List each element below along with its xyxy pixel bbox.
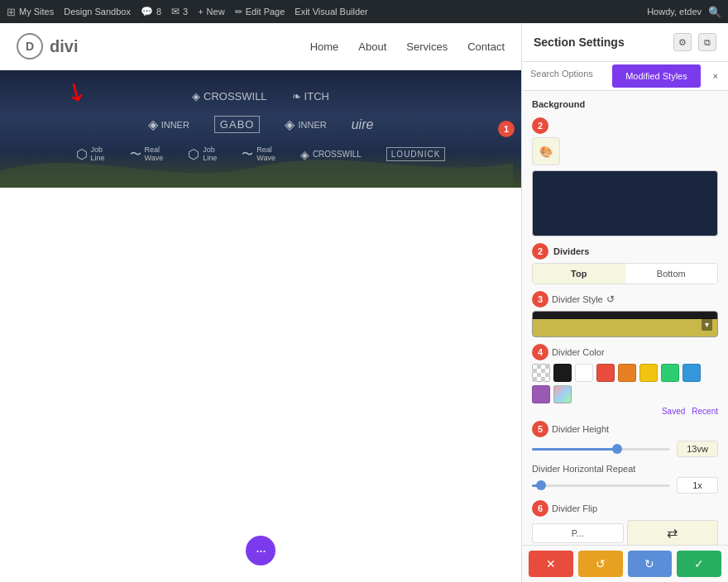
purple-fab-button[interactable]: ··· [246,536,275,565]
site-nav: D divi Home About Services Contact [0,23,521,70]
recent-label[interactable]: Recent [692,407,718,416]
admin-edit-page[interactable]: ✏ Edit Page [235,7,285,17]
admin-messages[interactable]: ✉ 3 [171,6,188,17]
dividers-label: Dividers [553,246,589,256]
design-sandbox-label: Design Sandbox [64,7,131,17]
background-preview-area: 2 🎨 [522,112,728,243]
panel-header: Section Settings ⚙ ⧉ [522,23,728,62]
cancel-button[interactable]: ✕ [529,551,573,577]
reset-button[interactable]: ↺ [578,551,623,577]
bottom-bar: ✕ ↺ ↻ ✓ [522,545,728,582]
swatch-pencil[interactable] [553,385,572,403]
brand-inner-2: ◈ INNER [285,117,326,132]
divider-height-value[interactable] [677,441,718,457]
divider-height-track [532,448,670,451]
divider-height-thumb[interactable] [612,444,622,454]
diamond-icon-3: ◈ [285,117,295,132]
divider-style-label: Divider Style [552,294,603,304]
background-label: Background [522,91,728,112]
save-button[interactable]: ✓ [677,551,721,577]
divider-repeat-thumb[interactable] [536,480,546,490]
dividers-section: 2 Dividers Top Bottom 3 Divider Style ↺ [522,243,728,545]
brands-row-2: ◈ INNER GABO ◈ INNER uire [17,116,505,133]
admin-my-sites[interactable]: ⊞ My Sites [7,6,54,18]
admin-design-sandbox[interactable]: Design Sandbox [64,7,131,17]
admin-right: Howdy, etdev 🔍 [647,6,721,18]
swatch-black[interactable] [553,364,572,382]
panel-content: Background 2 🎨 2 [522,91,728,545]
my-sites-label: My Sites [19,7,54,17]
swatch-blue[interactable] [682,364,701,382]
history-button[interactable]: ↻ [628,551,673,577]
nav-about[interactable]: About [358,41,386,53]
divider-height-label: Divider Height [552,424,609,434]
logo-letter: D [26,40,34,53]
nav-contact[interactable]: Contact [467,41,505,53]
admin-new[interactable]: + New [198,7,224,17]
main-area: D divi Home About Services Contact ↘ 1 [0,23,728,582]
floral-icon: ❧ [292,90,301,103]
divider-style-wrapper: ▾ [532,311,718,337]
tab-search-options[interactable]: Search Options [522,62,610,90]
wave-svg [0,146,513,188]
pencil-icon: ✏ [235,7,242,17]
divider-style-reset[interactable]: ↺ [606,293,615,305]
settings-panel: Section Settings ⚙ ⧉ Search Options Modi… [521,23,728,582]
logo-text: divi [50,37,78,56]
diamond-icon-2: ◈ [148,117,158,132]
badge-4: 4 [532,344,548,360]
color-picker-icon: 🎨 [539,146,553,158]
brands-row-1: ◈ CROSSWILL ❧ ITCH [17,90,505,103]
brand-crosswill-1: ◈ CROSSWILL [192,90,267,103]
divider-repeat-label: Divider Horizontal Repeat [532,464,635,474]
admin-exit-builder[interactable]: Exit Visual Builder [295,7,367,17]
message-icon: ✉ [171,6,180,17]
swatch-red[interactable] [596,364,615,382]
swatch-white[interactable] [575,364,593,382]
brand-gabo: GABO [214,116,261,133]
divider-tab-bottom[interactable]: Bottom [625,264,718,284]
nav-services[interactable]: Services [406,41,448,53]
logo-circle: D [17,33,43,60]
flip-arrows-icon: ⇄ [667,525,678,541]
swatch-orange[interactable] [618,364,636,382]
swatch-purple[interactable] [532,385,550,403]
swatch-green[interactable] [661,364,679,382]
panel-expand-icon[interactable]: ⧉ [698,33,716,51]
saved-label[interactable]: Saved [662,407,685,416]
site-logo: D divi [17,33,78,60]
dots-icon: ··· [256,542,266,560]
panel-header-icons: ⚙ ⧉ [673,33,716,51]
badge-2b: 2 [532,243,548,260]
flip-btn-on[interactable]: ⇄ [627,520,719,545]
divider-repeat-track [532,484,670,487]
brand-itch: ❧ ITCH [292,90,329,103]
brands-section: ↘ 1 ◈ CROSSWILL ❧ ITCH ◈ INN [0,70,521,188]
flip-btn-off[interactable]: P... [532,523,624,543]
divider-height-slider-container [532,441,718,457]
brand-uire: uire [352,117,374,132]
tab-modified-styles[interactable]: Modified Styles [612,64,700,88]
badge-2: 2 [532,117,548,134]
badge-1: 1 [498,121,515,137]
color-swatches [532,364,718,403]
swatch-yellow[interactable] [639,364,658,382]
site-nav-links: Home About Services Contact [310,41,505,53]
divider-tab-top[interactable]: Top [533,264,625,284]
tab-close[interactable]: × [703,62,728,90]
admin-comments[interactable]: 💬 8 [141,6,161,17]
divider-style-display[interactable]: ▾ [532,311,718,337]
divider-repeat-slider-container [532,477,718,494]
badge-5: 5 [532,421,548,437]
brand-inner-1: ◈ INNER [148,117,189,132]
gabo-border-icon: GABO [214,116,261,133]
swatch-transparent[interactable] [532,364,550,382]
nav-home[interactable]: Home [310,41,339,53]
diamond-icon: ◈ [192,90,200,103]
divider-repeat-value[interactable] [677,477,718,494]
background-color-btn[interactable]: 🎨 [532,137,560,165]
divider-repeat-slider-row [532,477,718,494]
panel-settings-icon[interactable]: ⚙ [673,33,692,51]
tab-row: Search Options Modified Styles × [522,62,728,91]
search-icon[interactable]: 🔍 [708,6,721,18]
